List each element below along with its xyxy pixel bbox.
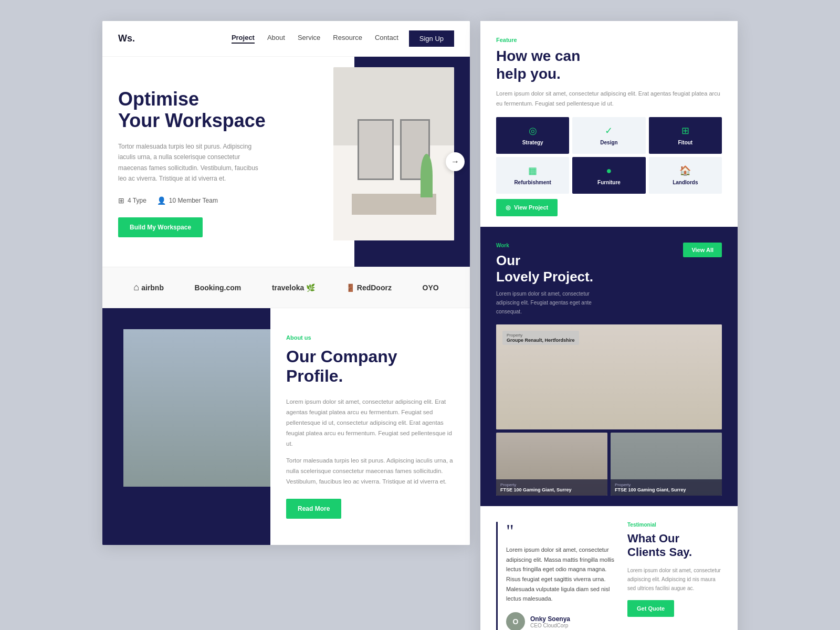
hero-stat-type: ⊞ 4 Type xyxy=(118,196,146,205)
nav-project[interactable]: Project xyxy=(232,34,255,44)
thumb2-name: FTSE 100 Gaming Giant, Surrey xyxy=(615,487,718,492)
testimonial-description: Lorem ipsum dolor sit amet, consectetur … xyxy=(627,566,722,593)
projects-section: Work OurLovely Project. Lorem ipsum dolo… xyxy=(480,227,738,506)
project-thumb-2: Property FTSE 100 Gaming Giant, Surrey xyxy=(611,433,722,496)
reviewer: O Onky Soenya CEO CloudCorp xyxy=(506,612,617,630)
hero-description: Tortor malesuada turpis leo sit purus. A… xyxy=(118,141,265,184)
partner-oyo: OYO xyxy=(423,284,439,292)
services-section: Feature How we canhelp you. Lorem ipsum … xyxy=(480,21,738,227)
people-icon: 👤 xyxy=(157,196,166,205)
project-thumb-1: Property FTSE 100 Gaming Giant, Surrey xyxy=(496,433,607,496)
service-fitout: ⊞ Fitout xyxy=(649,117,722,154)
nav-links: Project About Service Resource Contact xyxy=(232,34,398,44)
navigation: Ws. Project About Service Resource Conta… xyxy=(102,21,470,57)
nav-about[interactable]: About xyxy=(267,34,285,44)
service-refurbishment: ▦ Refurbishment xyxy=(496,157,569,194)
projects-description: Lorem ipsum dolor sit amet, consectetur … xyxy=(496,289,601,316)
hero-stat-team: 👤 10 Member Team xyxy=(157,196,218,205)
reviewer-avatar: O xyxy=(506,612,525,630)
design-icon: ✓ xyxy=(605,125,613,136)
hero-title: OptimiseYour Workspace xyxy=(118,88,307,132)
service-strategy-label: Strategy xyxy=(522,140,543,145)
hero-image-block: → xyxy=(323,57,470,267)
service-fitout-label: Fitout xyxy=(678,140,692,145)
partner-booking: Booking.com xyxy=(195,284,242,292)
about-content: About us Our CompanyProfile. Lorem ipsum… xyxy=(270,308,470,545)
nav-contact[interactable]: Contact xyxy=(375,34,398,44)
service-design-label: Design xyxy=(600,140,617,145)
get-quote-button[interactable]: Get Quote xyxy=(627,600,674,617)
testimonial-left: " Lorem ipsum dolor sit amet, consectetu… xyxy=(496,522,617,630)
projects-tag: Work xyxy=(496,243,601,248)
thumb1-badge: Property xyxy=(500,482,603,487)
right-panel: Feature How we canhelp you. Lorem ipsum … xyxy=(480,21,738,630)
partner-reddoorz: 🚪 RedDoorz xyxy=(346,284,392,292)
view-all-button[interactable]: View All xyxy=(683,243,722,257)
about-tag: About us xyxy=(286,334,454,341)
nav-resource[interactable]: Resource xyxy=(333,34,362,44)
services-description: Lorem ipsum dolor sit amet, consectetur … xyxy=(496,89,722,108)
reviewer-role: CEO CloudCorp xyxy=(530,623,570,628)
projects-title: OurLovely Project. xyxy=(496,253,601,285)
refurbishment-icon: ▦ xyxy=(528,165,537,176)
service-landlords: 🏠 Landlords xyxy=(649,157,722,194)
reviewer-name: Onky Soenya xyxy=(530,615,570,623)
quote-mark: " xyxy=(506,522,617,541)
left-panel: Ws. Project About Service Resource Conta… xyxy=(102,21,470,545)
hero-section: OptimiseYour Workspace Tortor malesuada … xyxy=(102,57,470,267)
about-section: About us Our CompanyProfile. Lorem ipsum… xyxy=(102,308,470,545)
about-desc-2: Tortor malesuada turpis leo sit purus. A… xyxy=(286,455,454,487)
about-image xyxy=(102,308,270,545)
services-grid-row2: ▦ Refurbishment ● Furniture 🏠 Landlords xyxy=(496,157,722,194)
signup-button[interactable]: Sign Up xyxy=(409,30,454,47)
service-design: ✓ Design xyxy=(572,117,645,154)
grid-icon: ⊞ xyxy=(118,196,124,205)
furniture-icon: ● xyxy=(606,165,612,176)
strategy-icon: ◎ xyxy=(529,125,537,136)
landlords-icon: 🏠 xyxy=(679,165,691,176)
service-refurbishment-label: Refurbishment xyxy=(514,180,551,185)
project-thumbnails: Property FTSE 100 Gaming Giant, Surrey P… xyxy=(496,433,722,496)
partner-traveloka: traveloka 🌿 xyxy=(272,284,315,292)
project-main-image: Property Groupe Renault, Hertfordshire xyxy=(496,324,722,429)
project-main-badge: Property Groupe Renault, Hertfordshire xyxy=(502,331,579,345)
hero-content: OptimiseYour Workspace Tortor malesuada … xyxy=(102,57,323,267)
testimonials-section: " Lorem ipsum dolor sit amet, consectetu… xyxy=(480,506,738,630)
testimonial-tag: Testimonial xyxy=(627,522,722,528)
service-strategy: ◎ Strategy xyxy=(496,117,569,154)
services-tag: Feature xyxy=(496,37,722,43)
view-icon: ◎ xyxy=(506,204,511,211)
logo: Ws. xyxy=(118,33,135,44)
partners-section: ⌂ airbnb Booking.com traveloka 🌿 🚪 RedDo… xyxy=(102,267,470,308)
thumb2-badge: Property xyxy=(615,482,718,487)
services-grid-row1: ◎ Strategy ✓ Design ⊞ Fitout xyxy=(496,117,722,154)
next-arrow-button[interactable]: → xyxy=(446,152,465,171)
hero-stats: ⊞ 4 Type 👤 10 Member Team xyxy=(118,196,307,205)
testimonial-text: Lorem ipsum dolor sit amet, consectetur … xyxy=(506,545,617,604)
testimonial-title: What OurClients Say. xyxy=(627,532,722,560)
read-more-button[interactable]: Read More xyxy=(286,499,341,519)
service-landlords-label: Landlords xyxy=(673,180,698,185)
thumb1-name: FTSE 100 Gaming Giant, Surrey xyxy=(500,487,603,492)
hero-image xyxy=(333,67,454,240)
about-desc-1: Lorem ipsum dolor sit amet, consectetur … xyxy=(286,396,454,449)
testimonial-right: Testimonial What OurClients Say. Lorem i… xyxy=(627,522,722,630)
view-project-button[interactable]: ◎ View Project xyxy=(496,199,558,216)
service-furniture-label: Furniture xyxy=(597,180,621,185)
about-title: Our CompanyProfile. xyxy=(286,347,454,386)
partner-airbnb: ⌂ airbnb xyxy=(133,282,164,293)
fitout-icon: ⊞ xyxy=(681,125,689,136)
services-title: How we canhelp you. xyxy=(496,47,722,82)
projects-header: Work OurLovely Project. Lorem ipsum dolo… xyxy=(496,243,722,316)
service-furniture: ● Furniture xyxy=(572,157,645,194)
nav-service[interactable]: Service xyxy=(298,34,320,44)
build-workspace-button[interactable]: Build My Workspace xyxy=(118,217,203,237)
